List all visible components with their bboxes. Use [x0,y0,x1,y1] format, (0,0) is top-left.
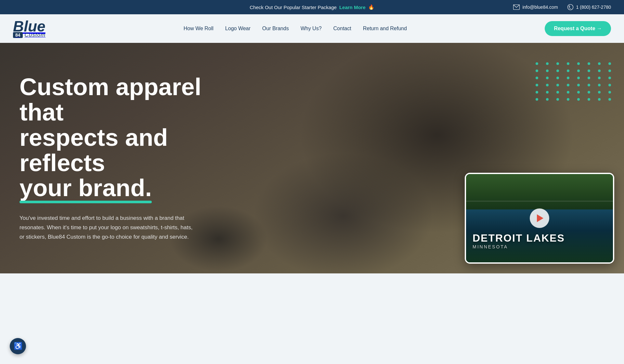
nav-why-us[interactable]: Why Us? [301,26,322,31]
nav-return-refund[interactable]: Return and Refund [363,26,407,31]
top-banner: Check Out Our Popular Starter Package Le… [0,0,624,14]
fire-emoji: 🔥 [368,4,374,10]
nav-how-we-roll[interactable]: How We Roll [184,26,214,31]
phone-contact: 1 (800) 627-2780 [567,4,611,10]
video-thumbnail: DETROIT LAKES MINNESOTA [466,174,613,262]
hero-headline-line2: respects and reflects [20,124,168,176]
logo-custom-text: Custom [25,32,46,38]
request-quote-button[interactable]: Request a Quote → [545,21,611,36]
promo-text: Check Out Our Popular Starter Package [250,5,337,10]
contact-info: info@blue84.com 1 (800) 627-2780 [513,4,611,10]
video-city-label: DETROIT LAKES [473,232,565,244]
phone-number: 1 (800) 627-2780 [576,5,611,10]
hero-headline-line3: your brand. [20,174,152,201]
email-contact: info@blue84.com [513,4,558,10]
header: Blue 84 Custom How We Roll Logo Wear Our… [0,14,624,43]
hero-subtext: You've invested time and effort to build… [20,214,195,242]
video-overlay: DETROIT LAKES MINNESOTA [473,232,565,249]
logo: Blue 84 Custom [13,19,46,38]
hero-headline-line1: Custom apparel that [20,73,201,126]
promo-message: Check Out Our Popular Starter Package Le… [250,4,374,10]
phone-icon [567,4,574,10]
learn-more-link[interactable]: Learn More [339,5,366,10]
logo-link[interactable]: Blue 84 Custom [13,19,46,38]
nav-logo-wear[interactable]: Logo Wear [225,26,251,31]
play-triangle-icon [537,214,543,222]
logo-badge: 84 [13,32,23,38]
email-address: info@blue84.com [522,5,558,10]
hero-headline: Custom apparel that respects and reflect… [20,74,247,200]
logo-area: Blue 84 Custom [13,19,46,38]
email-icon [513,4,520,10]
video-state-label: MINNESOTA [473,244,565,249]
video-card: DETROIT LAKES MINNESOTA [465,173,614,264]
nav-our-brands[interactable]: Our Brands [262,26,289,31]
svg-point-1 [567,5,573,10]
main-nav: How We Roll Logo Wear Our Brands Why Us?… [184,26,407,31]
play-button[interactable] [530,208,549,228]
hero-section: Custom apparel that respects and reflect… [0,43,624,273]
nav-contact[interactable]: Contact [333,26,351,31]
